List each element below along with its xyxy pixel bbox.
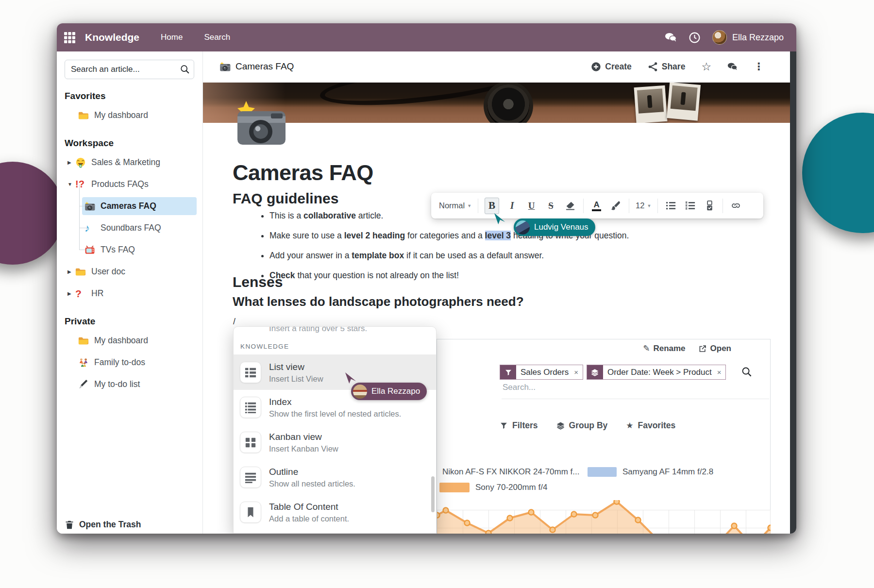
sidebar-item-label: Cameras FAQ xyxy=(101,201,156,211)
checklist-button[interactable] xyxy=(703,198,716,214)
search-icon[interactable] xyxy=(180,64,190,74)
question-heading[interactable]: What lenses do landscape photographers n… xyxy=(233,294,524,309)
bold-button[interactable]: B xyxy=(485,198,499,214)
link-icon xyxy=(731,201,741,211)
collaborator-name: Ludvig Venaus xyxy=(534,222,588,232)
sidebar-item-my-to-do-list[interactable]: My to-do list xyxy=(65,373,195,395)
legend-label: Sony 70-200mm f/4 xyxy=(475,483,547,492)
brush-icon xyxy=(611,201,621,211)
sidebar-item-tvs-faq[interactable]: TVs FAQ xyxy=(65,239,195,261)
page-title[interactable]: Cameras FAQ xyxy=(233,160,373,185)
open-trash-button[interactable]: Open the Trash xyxy=(65,520,141,530)
legend-item[interactable]: Sony 70-200mm f/4 xyxy=(439,483,547,492)
legend-item[interactable]: Nikon AF-S FX NIKKOR 24-70mm f... xyxy=(414,467,579,477)
sidebar-item-label: HR xyxy=(91,288,103,299)
sidebar-item-products-faqs[interactable]: ▼!?Products FAQs xyxy=(65,173,195,195)
facet-remove-icon[interactable]: × xyxy=(716,365,726,379)
strikethrough-button[interactable]: S xyxy=(544,198,557,214)
activities-clock-icon[interactable] xyxy=(689,32,701,44)
sidebar-item-family-to-dos[interactable]: Family to-dos xyxy=(65,352,195,373)
facet-order-date-week-product[interactable]: Order Date: Week > Product× xyxy=(587,365,726,380)
sidebar-item-label: User doc xyxy=(91,267,125,277)
caret-right-icon[interactable]: ▶ xyxy=(67,291,75,296)
typed-slash[interactable]: / xyxy=(233,317,235,327)
sidebar-item-hr[interactable]: ▶?HR xyxy=(65,283,195,304)
filters-button[interactable]: Filters xyxy=(500,420,538,431)
user-avatar xyxy=(712,30,727,45)
top-navbar: Knowledge Home Search Ella Rezzapo xyxy=(57,23,796,51)
caret-right-icon[interactable]: ▶ xyxy=(67,160,75,165)
filters-label: Filters xyxy=(512,420,538,431)
sidebar-item-soundbars-faq[interactable]: ♪Soundbars FAQ xyxy=(65,217,195,239)
sidebar-item-cameras-faq[interactable]: Cameras FAQ xyxy=(65,195,195,217)
caret-right-icon[interactable]: ▶ xyxy=(67,269,75,274)
lenses-heading[interactable]: Lenses xyxy=(233,274,283,290)
search-input[interactable] xyxy=(65,60,194,79)
powerbox-item-title: List view xyxy=(269,361,323,373)
powerbox-item-title: Outline xyxy=(269,466,355,478)
favorite-star-icon[interactable]: ☆ xyxy=(701,60,711,73)
guidelines-heading[interactable]: FAQ guidelines xyxy=(233,190,338,207)
scrollbar[interactable] xyxy=(790,51,796,534)
open-button[interactable]: Open xyxy=(698,343,731,353)
powerbox-section-label: KNOWLEDGE xyxy=(234,337,436,355)
outline-icon xyxy=(240,467,261,488)
embed-search-icon[interactable] xyxy=(741,366,752,377)
guideline-item: Check that your question is not already … xyxy=(269,266,639,286)
user-menu[interactable]: Ella Rezzapo xyxy=(712,30,784,45)
share-button[interactable]: Share xyxy=(648,62,686,72)
menu-home[interactable]: Home xyxy=(161,33,183,42)
sidebar-section-workspace: Workspace xyxy=(65,138,195,149)
interrobang-icon: !? xyxy=(75,179,86,190)
search-divider xyxy=(502,399,769,399)
caret-down-icon[interactable]: ▼ xyxy=(67,182,75,187)
layers-icon xyxy=(556,421,565,430)
facet-sales-orders[interactable]: Sales Orders× xyxy=(500,365,583,380)
apps-grid-icon[interactable] xyxy=(64,32,76,44)
sidebar-item-sales-marketing[interactable]: ▶$Sales & Marketing xyxy=(65,151,195,173)
sidebar-item-user-doc[interactable]: ▶User doc xyxy=(65,261,195,283)
group-by-label: Group By xyxy=(569,420,608,431)
powerbox-item-outline[interactable]: OutlineShow all nested articles. xyxy=(234,460,436,495)
rename-button[interactable]: ✎ Rename xyxy=(643,343,685,353)
remote-collaborator-pill: Ludvig Venaus xyxy=(514,218,595,236)
collaborator-avatar xyxy=(353,385,367,399)
link-button[interactable] xyxy=(729,198,742,214)
highlight-button[interactable] xyxy=(609,198,622,214)
legend-item[interactable]: Samyang AF 14mm f/2.8 xyxy=(588,467,713,477)
menu-search[interactable]: Search xyxy=(204,33,230,42)
underline-button[interactable]: U xyxy=(525,198,538,214)
sidebar-sections: FavoritesMy dashboardWorkspace▶$Sales & … xyxy=(65,91,195,395)
sidebar-item-my-dashboard[interactable]: My dashboard xyxy=(65,104,195,126)
bullet-list-button[interactable] xyxy=(664,198,677,214)
article-emoji-icon[interactable] xyxy=(235,100,287,149)
font-color-button[interactable]: A xyxy=(590,198,603,214)
powerbox-scrollbar[interactable] xyxy=(431,476,435,512)
embed-search-input[interactable] xyxy=(502,382,764,393)
app-title[interactable]: Knowledge xyxy=(85,32,139,43)
bullet-list-icon xyxy=(666,201,676,211)
money-face-icon: $ xyxy=(75,157,86,168)
sidebar-item-my-dashboard[interactable]: My dashboard xyxy=(65,330,195,352)
numbered-list-button[interactable] xyxy=(684,198,697,214)
collaborator-name: Ella Rezzapo xyxy=(371,386,420,396)
group-by-button[interactable]: Group By xyxy=(556,420,608,431)
navbar-right: Ella Rezzapo xyxy=(665,23,784,51)
cover-polaroid xyxy=(634,85,667,123)
create-button[interactable]: Create xyxy=(591,62,631,72)
remove-format-button[interactable] xyxy=(564,198,577,214)
favorites-button[interactable]: ★ Favorites xyxy=(626,420,675,431)
facet-remove-icon[interactable]: × xyxy=(573,365,583,379)
powerbox-item-desc: Add a table of content. xyxy=(269,514,349,524)
powerbox-item-table-of-content[interactable]: Table Of ContentAdd a table of content. xyxy=(234,495,436,530)
font-size-select[interactable]: 12▼ xyxy=(636,201,651,210)
powerbox-dropdown: Insert a rating over 5 stars. KNOWLEDGE … xyxy=(233,326,437,534)
app-window: Knowledge Home Search Ella Rezzapo Favor… xyxy=(57,23,796,534)
style-select[interactable]: Normal▼ xyxy=(439,201,471,210)
messages-icon[interactable] xyxy=(665,32,677,44)
kebab-menu-icon[interactable]: ⋮ xyxy=(754,61,764,72)
italic-button[interactable]: I xyxy=(505,198,519,214)
chatter-button[interactable] xyxy=(727,62,738,72)
breadcrumb[interactable]: Cameras FAQ xyxy=(219,61,294,72)
powerbox-item-kanban-view[interactable]: Kanban viewInsert Kanban View xyxy=(234,425,436,460)
